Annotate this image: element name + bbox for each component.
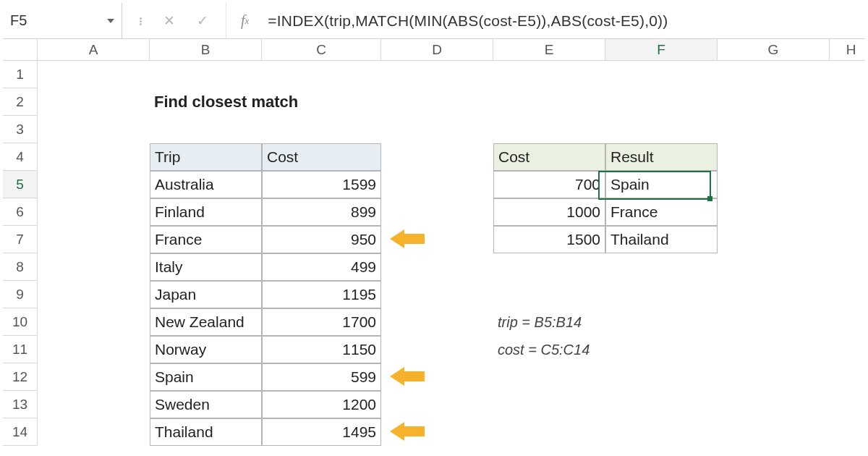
cell-C10[interactable]: 1700 — [262, 308, 381, 336]
cell-F1[interactable] — [605, 61, 718, 88]
cell-G4[interactable] — [718, 143, 830, 171]
drag-handle-icon[interactable] — [140, 16, 142, 25]
fx-icon[interactable]: fx — [226, 3, 260, 38]
col-header-E[interactable]: E — [493, 39, 605, 61]
cell-F7[interactable]: Thailand — [605, 226, 718, 253]
cell-F6[interactable]: France — [605, 198, 718, 226]
cell-G1[interactable] — [718, 61, 830, 88]
cell-A3[interactable] — [38, 116, 150, 143]
cell-D10[interactable] — [381, 308, 493, 336]
row-header-3[interactable]: 3 — [3, 116, 38, 143]
cell-G5[interactable] — [718, 171, 830, 198]
cell-A8[interactable] — [38, 253, 150, 281]
cell-A2[interactable] — [38, 88, 150, 116]
col-header-H[interactable]: H — [830, 39, 868, 61]
row-header-5[interactable]: 5 — [3, 171, 38, 198]
cell-H2[interactable] — [830, 88, 868, 116]
cell-G9[interactable] — [718, 281, 830, 308]
formula-input[interactable]: =INDEX(trip,MATCH(MIN(ABS(cost-E5)),ABS(… — [260, 3, 865, 38]
row-header-7[interactable]: 7 — [3, 226, 38, 253]
cancel-icon[interactable]: ✕ — [163, 12, 175, 29]
cell-A6[interactable] — [38, 198, 150, 226]
cell-B2[interactable]: Find closest match — [150, 88, 262, 116]
col-header-G[interactable]: G — [718, 39, 830, 61]
row-header-12[interactable]: 12 — [3, 363, 38, 391]
row-header-2[interactable]: 2 — [3, 88, 38, 116]
cell-F4[interactable]: Result — [605, 143, 718, 171]
cell-E2[interactable] — [493, 88, 605, 116]
cell-B9[interactable]: Japan — [150, 281, 262, 308]
cell-A12[interactable] — [38, 363, 150, 391]
cell-G6[interactable] — [718, 198, 830, 226]
chevron-down-icon[interactable] — [107, 19, 114, 23]
cell-A4[interactable] — [38, 143, 150, 171]
cell-E12[interactable] — [493, 363, 605, 391]
cell-G14[interactable] — [718, 418, 830, 446]
cell-F13[interactable] — [605, 391, 718, 418]
cell-E5[interactable]: 700 — [493, 171, 605, 198]
cell-E8[interactable] — [493, 253, 605, 281]
cell-D1[interactable] — [381, 61, 493, 88]
cell-F9[interactable] — [605, 281, 718, 308]
cell-G8[interactable] — [718, 253, 830, 281]
cell-D9[interactable] — [381, 281, 493, 308]
cell-F8[interactable] — [605, 253, 718, 281]
cell-E13[interactable] — [493, 391, 605, 418]
cell-E1[interactable] — [493, 61, 605, 88]
select-all-corner[interactable] — [3, 39, 38, 61]
cell-D6[interactable] — [381, 198, 493, 226]
cell-H8[interactable] — [830, 253, 868, 281]
cell-E10[interactable]: trip = B5:B14 — [493, 308, 605, 336]
cell-C1[interactable] — [262, 61, 381, 88]
cell-F14[interactable] — [605, 418, 718, 446]
cell-E9[interactable] — [493, 281, 605, 308]
cell-D13[interactable] — [381, 391, 493, 418]
cell-D5[interactable] — [381, 171, 493, 198]
cell-G3[interactable] — [718, 116, 830, 143]
cell-D3[interactable] — [381, 116, 493, 143]
col-header-A[interactable]: A — [38, 39, 150, 61]
cell-H14[interactable] — [830, 418, 868, 446]
spreadsheet-grid[interactable]: A B C D E F G H 1 2 Find closest match 3… — [3, 39, 865, 446]
cell-C9[interactable]: 1195 — [262, 281, 381, 308]
row-header-13[interactable]: 13 — [3, 391, 38, 418]
cell-E3[interactable] — [493, 116, 605, 143]
cell-A14[interactable] — [38, 418, 150, 446]
row-header-11[interactable]: 11 — [3, 336, 38, 363]
cell-H13[interactable] — [830, 391, 868, 418]
cell-F5[interactable]: Spain — [605, 171, 718, 198]
cell-G2[interactable] — [718, 88, 830, 116]
cell-A10[interactable] — [38, 308, 150, 336]
cell-B11[interactable]: Norway — [150, 336, 262, 363]
cell-D2[interactable] — [381, 88, 493, 116]
cell-C4[interactable]: Cost — [262, 143, 381, 171]
name-box[interactable]: F5 — [3, 3, 122, 38]
cell-E14[interactable] — [493, 418, 605, 446]
col-header-B[interactable]: B — [150, 39, 262, 61]
cell-B7[interactable]: France — [150, 226, 262, 253]
cell-H4[interactable] — [830, 143, 868, 171]
cell-G13[interactable] — [718, 391, 830, 418]
cell-D14[interactable] — [381, 418, 493, 446]
cell-H1[interactable] — [830, 61, 868, 88]
cell-C8[interactable]: 499 — [262, 253, 381, 281]
cell-C14[interactable]: 1495 — [262, 418, 381, 446]
cell-C7[interactable]: 950 — [262, 226, 381, 253]
cell-C5[interactable]: 1599 — [262, 171, 381, 198]
cell-F11[interactable] — [605, 336, 718, 363]
cell-B8[interactable]: Italy — [150, 253, 262, 281]
cell-F12[interactable] — [605, 363, 718, 391]
cell-H9[interactable] — [830, 281, 868, 308]
cell-G12[interactable] — [718, 363, 830, 391]
row-header-14[interactable]: 14 — [3, 418, 38, 446]
cell-C13[interactable]: 1200 — [262, 391, 381, 418]
cell-B3[interactable] — [150, 116, 262, 143]
confirm-icon[interactable]: ✓ — [197, 12, 208, 29]
cell-H12[interactable] — [830, 363, 868, 391]
row-header-4[interactable]: 4 — [3, 143, 38, 171]
cell-A9[interactable] — [38, 281, 150, 308]
cell-B4[interactable]: Trip — [150, 143, 262, 171]
cell-H7[interactable] — [830, 226, 868, 253]
row-header-10[interactable]: 10 — [3, 308, 38, 336]
cell-G7[interactable] — [718, 226, 830, 253]
